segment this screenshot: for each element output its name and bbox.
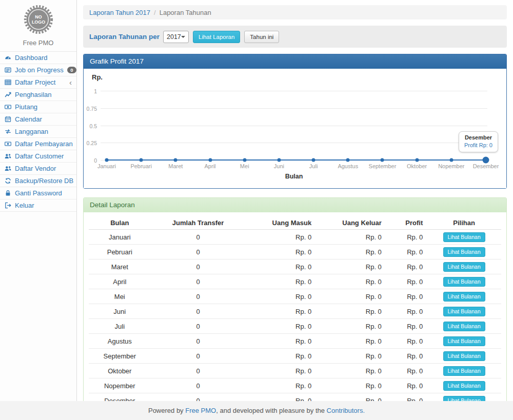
- cell-jumlah-transfer: 0: [151, 378, 246, 393]
- tooltip-title: Desember: [464, 134, 492, 141]
- sidebar-item[interactable]: Ganti Password: [0, 187, 76, 199]
- table-row: Mei 0 Rp. 0 Rp. 0 Rp. 0 Lihat Bulanan: [89, 289, 501, 304]
- chart-tooltip: Desember Profit Rp: 0: [459, 131, 498, 152]
- cell-profit: Rp. 0: [386, 245, 427, 259]
- cell-bulan: Juli: [89, 319, 151, 334]
- detail-table-header-row: BulanJumlah TransferUang MasukUang Kelua…: [89, 216, 501, 230]
- logo-text-line1: NO: [35, 14, 42, 19]
- sidebar-item[interactable]: Daftar Pembayaran: [0, 138, 76, 150]
- footer-text-middle: , and developed with pleasure by the: [216, 407, 325, 414]
- count-badge: 0: [67, 67, 76, 74]
- view-monthly-button[interactable]: Lihat Bulanan: [443, 396, 485, 402]
- sidebar-item[interactable]: Job on Progress 0: [0, 64, 76, 76]
- sidebar-item-label: Penghasilan: [15, 91, 52, 98]
- sidebar-item-icon: [5, 116, 11, 123]
- cell-pilihan: Lihat Bulanan: [427, 334, 501, 349]
- x-tick-label: Juli: [309, 163, 318, 169]
- view-monthly-button[interactable]: Lihat Bulanan: [443, 366, 485, 376]
- sidebar-item-label: Daftar Pembayaran: [15, 140, 73, 148]
- sidebar-item-icon: [5, 165, 11, 172]
- chart-point[interactable]: [312, 158, 315, 162]
- chart-point[interactable]: [208, 158, 212, 162]
- sidebar-item[interactable]: Backup/Restore DB: [0, 175, 76, 187]
- chart-point[interactable]: [243, 158, 246, 162]
- footer-link-contributors[interactable]: Contributors.: [327, 407, 365, 414]
- footer-link-freepmo[interactable]: Free PMO: [185, 407, 216, 414]
- table-row: Agustus 0 Rp. 0 Rp. 0 Rp. 0 Lihat Bulana…: [89, 334, 501, 349]
- chart-point[interactable]: [174, 158, 177, 162]
- sidebar-item[interactable]: Langganan: [0, 126, 76, 138]
- view-monthly-button[interactable]: Lihat Bulanan: [443, 307, 485, 316]
- sidebar-item[interactable]: Dashboard: [0, 52, 76, 64]
- view-monthly-button[interactable]: Lihat Bulanan: [443, 247, 485, 257]
- x-axis-labels: Januari Pebruari Maret April Mei Juni Ju…: [107, 163, 486, 170]
- x-tick-label: Desember: [473, 163, 499, 169]
- profit-chart: Rp. 1 0.75 0.5: [84, 69, 506, 188]
- sidebar-item-label: Daftar Project: [15, 78, 55, 86]
- chart-point[interactable]: [381, 158, 384, 162]
- view-report-button[interactable]: Lihat Laporan: [193, 31, 240, 43]
- this-year-button[interactable]: Tahun ini: [244, 31, 279, 43]
- sidebar-item[interactable]: Daftar Customer: [0, 150, 76, 163]
- chart-point[interactable]: [449, 158, 453, 162]
- cell-uang-keluar: Rp. 0: [315, 349, 386, 364]
- x-tick-label: Agustus: [338, 163, 358, 169]
- chart-point[interactable]: [483, 157, 489, 164]
- cell-profit: Rp. 0: [386, 304, 427, 319]
- cell-uang-masuk: Rp. 0: [246, 230, 316, 245]
- view-monthly-button[interactable]: Lihat Bulanan: [443, 322, 485, 331]
- cell-pilihan: Lihat Bulanan: [427, 364, 501, 378]
- view-monthly-button[interactable]: Lihat Bulanan: [443, 232, 485, 242]
- sidebar-item[interactable]: Daftar Vendor: [0, 163, 76, 175]
- cell-jumlah-transfer: 0: [151, 334, 246, 349]
- sidebar-item[interactable]: Penghasilan: [0, 89, 76, 101]
- cell-uang-keluar: Rp. 0: [315, 393, 386, 402]
- cell-profit: Rp. 0: [386, 259, 427, 274]
- cell-uang-keluar: Rp. 0: [315, 304, 386, 319]
- sidebar-item[interactable]: Piutang: [0, 101, 76, 113]
- table-row: April 0 Rp. 0 Rp. 0 Rp. 0 Lihat Bulanan: [89, 274, 501, 289]
- view-monthly-button[interactable]: Lihat Bulanan: [443, 381, 485, 391]
- year-select[interactable]: 2017: [163, 31, 189, 43]
- cell-profit: Rp. 0: [386, 378, 427, 393]
- year-select-value: 2017: [167, 33, 181, 41]
- sidebar-item-icon: [5, 91, 11, 98]
- breadcrumb-current: Laporan Tahunan: [160, 9, 211, 16]
- view-monthly-button[interactable]: Lihat Bulanan: [443, 336, 485, 346]
- chart-point[interactable]: [140, 158, 143, 162]
- sidebar-item[interactable]: Daftar Project ‹: [0, 76, 76, 89]
- table-row: September 0 Rp. 0 Rp. 0 Rp. 0 Lihat Bula…: [89, 349, 501, 364]
- sidebar-item-label: Dashboard: [15, 54, 48, 62]
- chart-point[interactable]: [105, 158, 109, 162]
- brand-logo[interactable]: NO LOGO Free PMO: [0, 0, 76, 47]
- footer: Powered by Free PMO, and developed with …: [0, 401, 513, 420]
- cell-pilihan: Lihat Bulanan: [427, 245, 501, 259]
- cell-bulan: September: [89, 349, 151, 364]
- view-monthly-button[interactable]: Lihat Bulanan: [443, 262, 485, 272]
- view-monthly-button[interactable]: Lihat Bulanan: [443, 351, 485, 361]
- sidebar-item-label: Langganan: [15, 128, 48, 135]
- cell-bulan: Nopember: [89, 378, 151, 393]
- chart-point[interactable]: [415, 158, 419, 162]
- cell-uang-masuk: Rp. 0: [246, 378, 316, 393]
- cell-pilihan: Lihat Bulanan: [427, 304, 501, 319]
- chart-panel-title: Grafik Profit 2017: [84, 54, 506, 69]
- cell-pilihan: Lihat Bulanan: [427, 259, 501, 274]
- detail-table-wrap: BulanJumlah TransferUang MasukUang Kelua…: [84, 212, 506, 401]
- detail-panel-title: Detail Laporan: [84, 198, 506, 212]
- sidebar-item-icon: [5, 141, 11, 147]
- cell-bulan: Pebruari: [89, 245, 151, 259]
- detail-panel: Detail Laporan BulanJumlah TransferUang …: [83, 197, 507, 401]
- view-monthly-button[interactable]: Lihat Bulanan: [443, 292, 485, 302]
- x-tick-label: September: [369, 163, 397, 169]
- table-row: Maret 0 Rp. 0 Rp. 0 Rp. 0 Lihat Bulanan: [89, 259, 501, 274]
- view-monthly-button[interactable]: Lihat Bulanan: [443, 277, 485, 287]
- sidebar-item[interactable]: Keluar: [0, 199, 76, 212]
- cell-uang-masuk: Rp. 0: [246, 245, 316, 259]
- breadcrumb-link[interactable]: Laporan Tahun 2017: [89, 9, 150, 16]
- cell-pilihan: Lihat Bulanan: [427, 319, 501, 334]
- sidebar-item[interactable]: Calendar: [0, 113, 76, 126]
- chart-point[interactable]: [277, 158, 281, 162]
- chart-point[interactable]: [346, 158, 350, 162]
- sidebar-item-icon: [5, 104, 11, 110]
